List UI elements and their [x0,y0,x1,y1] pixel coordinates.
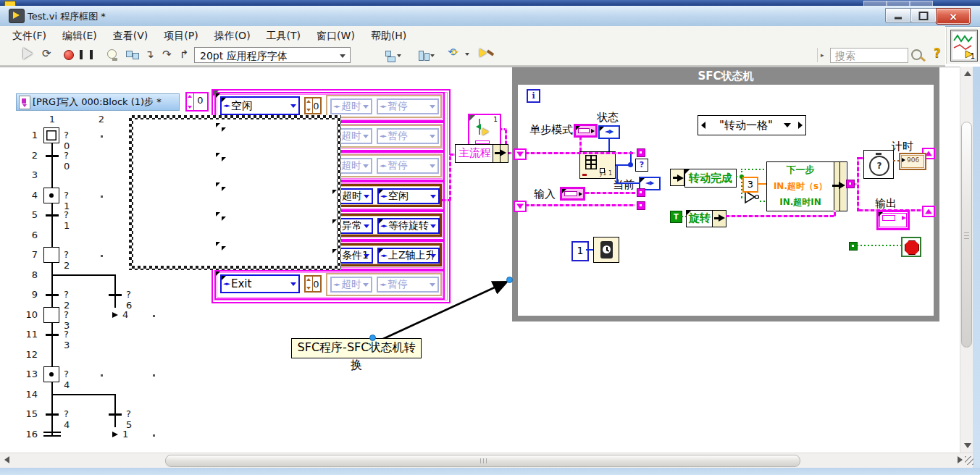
sfc-end-step[interactable] [43,432,61,433]
subvi-icon[interactable]: 1 [468,114,501,147]
next-state-enum[interactable]: ◄►等待旋转 [377,218,440,234]
sfc-step[interactable] [43,307,59,323]
chevron-down-icon[interactable] [784,123,791,127]
menu-item-4[interactable]: 操作(O) [206,26,259,45]
chevron-down-icon[interactable] [290,282,296,286]
next-case-icon[interactable] [798,122,803,129]
horizontal-scrollbar[interactable] [0,453,973,468]
font-selector[interactable]: 20pt 应用程序字体 [194,47,351,63]
loop-stop-button[interactable] [901,237,921,257]
menu-item-1[interactable]: 编辑(E) [54,26,105,45]
timing-indicator-terminal[interactable]: 906 [899,153,926,170]
condition-array-frame[interactable]: ◄►条件1◄►上Z轴上升 [326,243,442,266]
chevron-down-icon[interactable] [363,105,369,109]
block-diagram-canvas[interactable]: [PRG]写入 000:Block (1)步 * 1 2 3 1?02?034?… [0,67,960,453]
case-tunnel[interactable] [637,201,645,210]
sfc-step[interactable] [43,366,59,382]
enum-inc-icon[interactable]: ◄► [380,223,387,229]
retain-wire-values-button[interactable] [126,51,142,65]
close-button[interactable]: × [936,8,971,25]
rotate-variable[interactable]: 旋转 [686,210,726,227]
enum-inc-icon[interactable]: ◄► [380,133,386,139]
bundle-field[interactable]: IN.超时（s） [767,178,834,195]
case-tunnel[interactable] [846,180,855,188]
sfc-step[interactable] [43,247,59,263]
main-flow-unbundle-node[interactable]: 主流程 [455,144,508,163]
rotate-done-variable[interactable]: 转动完成 [684,169,737,188]
sfc-end-step[interactable] [43,435,61,437]
sfc-jump-arrow[interactable] [112,432,118,437]
menu-item-0[interactable]: 文件(F) [4,26,54,45]
case-selector-label[interactable]: "转动一格" [698,115,806,135]
enum-inc-icon[interactable]: ◄► [380,163,386,169]
timeout-constant[interactable]: 3 [742,177,758,193]
tunnel-in-bottom[interactable] [514,201,527,212]
single-step-terminal[interactable] [574,124,598,138]
enum-inc-icon[interactable]: ◄► [223,281,230,287]
enum-inc-icon[interactable]: ◄► [380,193,387,199]
case-structure[interactable] [129,115,341,270]
pause-button[interactable] [80,48,96,62]
chevron-down-icon[interactable] [430,105,435,109]
enum-inc-icon[interactable]: ◄► [333,104,340,109]
menu-item-3[interactable]: 项目(P) [156,26,206,45]
state-enum[interactable]: ◄►空闲 [220,96,300,115]
vertical-scroll-thumb[interactable] [961,122,972,348]
chevron-down-icon[interactable] [363,135,369,138]
menu-item-7[interactable]: 帮助(H) [363,26,414,45]
chevron-down-icon[interactable] [290,104,296,108]
chevron-down-icon[interactable] [430,254,436,258]
align-objects-button[interactable] [385,51,401,65]
sfc-transition[interactable] [46,155,59,157]
case-tunnel-boolean[interactable] [849,242,858,251]
case-selector-terminal[interactable]: ? [635,159,648,172]
condition-enum[interactable]: ◄►超时 [330,98,372,114]
case-tunnel[interactable] [637,188,645,197]
maximize-button[interactable] [910,8,937,23]
sfc-transition[interactable] [46,214,59,217]
next-state-enum[interactable]: ◄►暂停 [377,158,439,174]
free-label[interactable]: SFC程序-SFC状态机转换 [291,338,422,358]
step-into-button[interactable]: ↴ [145,47,161,62]
scroll-right-button[interactable] [958,456,963,463]
sfc-jump-arrow[interactable] [112,312,118,318]
sfc-transition[interactable] [46,413,59,416]
search-expander-icon[interactable]: ▸ [821,51,824,59]
horizontal-scroll-thumb[interactable] [165,455,800,467]
vi-icon[interactable]: 1 [950,30,978,62]
vertical-scrollbar[interactable] [960,67,973,453]
previous-case-icon[interactable] [701,122,705,129]
bundle-field[interactable]: 下一步 [767,162,834,179]
sfc-initial-step[interactable] [43,127,59,143]
search-input[interactable]: 搜索 [830,48,908,63]
resize-grip[interactable] [965,456,973,465]
chevron-down-icon[interactable] [364,254,369,258]
bundle-by-name-node[interactable]: 下一步 IN.超时（s） IN.超时IN [766,161,847,211]
chevron-down-icon[interactable] [430,135,435,138]
sfc-transition[interactable] [46,334,59,336]
menu-item-6[interactable]: 窗口(W) [309,26,363,45]
highlight-execution-button[interactable] [107,48,123,62]
menu-item-2[interactable]: 查看(V) [105,26,156,45]
next-state-enum[interactable]: ◄►暂停 [377,128,439,144]
next-state-enum[interactable]: ◄►暂停 [377,98,439,114]
condition-array-frame[interactable]: ◄►超时◄►空闲 [326,184,442,207]
minimize-button[interactable] [885,8,911,23]
chevron-down-icon[interactable] [364,195,369,198]
array-index-control[interactable]: 0 [185,92,209,112]
condition-array-frame[interactable]: ◄►异常◄►等待旋转 [326,214,442,237]
next-state-enum[interactable]: ◄►上Z轴上升 [377,248,440,264]
status-terminal[interactable]: ◄▶ [598,125,620,139]
step-out-button[interactable]: ↱ [180,47,196,62]
help-icon[interactable]: ? [934,46,941,60]
case-tunnel[interactable] [637,148,645,157]
row-index-control[interactable]: 0 [304,97,322,114]
reorder-button[interactable]: ⟲⟳ [448,46,464,60]
search-icon[interactable] [911,49,922,60]
scroll-left-button[interactable] [4,456,9,463]
state-enum[interactable]: ◄►Exit [220,274,300,293]
sfc-step[interactable] [43,188,59,203]
chevron-down-icon[interactable] [363,164,369,168]
abort-button[interactable] [64,48,80,62]
tunnel-out-bottom[interactable] [922,206,935,217]
